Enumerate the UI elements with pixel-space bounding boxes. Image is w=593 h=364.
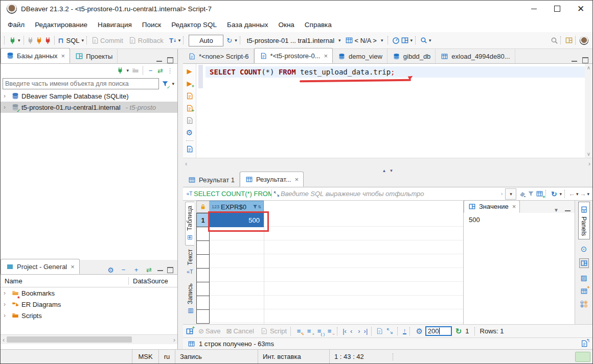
tab-close-icon[interactable]: × (295, 176, 299, 183)
scroll-left-icon[interactable]: ‹ (1, 336, 7, 344)
tab-project-general[interactable]: Project - General × (1, 259, 80, 274)
project-minimize-icon[interactable] (157, 269, 163, 271)
schema-selector[interactable]: < N/A > (355, 37, 377, 44)
menu-help[interactable]: Справка (300, 17, 337, 32)
first-row-icon[interactable]: |‹ (343, 327, 347, 335)
value-viewer-icon[interactable] (579, 258, 589, 268)
sash-up-icon[interactable]: ▲ (382, 168, 386, 173)
export-from-query-icon[interactable] (185, 144, 194, 153)
toggle-panel-icon[interactable]: + (185, 327, 194, 335)
connection-selector[interactable]: t5-prostore-01 ... tral1.internal (247, 37, 334, 44)
tab-script-7[interactable]: *<t5-prostore-0... × (254, 48, 333, 63)
project-item-er-diagrams[interactable]: › ER Diagrams (1, 299, 177, 310)
sql-statement[interactable]: SELECT COUNT(*) FROM test_upload_data.tr… (210, 68, 395, 76)
navigator-maximize-icon[interactable] (167, 57, 173, 63)
value-panel-content[interactable]: 500 (464, 213, 575, 227)
column-filter-sort-icon[interactable]: ⇅ (253, 204, 261, 209)
export-results-icon[interactable]: ↑ (403, 328, 406, 334)
collapse-all-icon[interactable]: − (146, 66, 155, 75)
project-item-bookmarks[interactable]: › ★ Bookmarks (1, 287, 177, 299)
project-settings-gear-icon[interactable]: ⚙ (106, 265, 115, 274)
transaction-mode-icon[interactable]: T⇣ (169, 36, 177, 45)
new-connection-dropdown-icon[interactable]: ▾ (18, 38, 20, 43)
scrollbar-thumb[interactable] (7, 336, 132, 343)
filters-menu-icon[interactable] (527, 189, 535, 198)
tasks-dropdown-icon[interactable]: ▾ (410, 38, 413, 43)
project-collapse-icon[interactable]: − (119, 265, 128, 274)
project-hscrollbar[interactable]: ‹ › (1, 334, 177, 344)
next-row-icon[interactable]: › (358, 327, 360, 335)
edit-cell-icon[interactable]: ≡✎ (294, 327, 303, 335)
execute-script-icon[interactable] (185, 91, 194, 100)
tab-script-6[interactable]: *<none> Script-6 (183, 49, 254, 63)
open-perspective-icon[interactable] (564, 36, 573, 45)
transaction-log-icon[interactable]: ↻ (225, 36, 234, 45)
search-icon[interactable] (419, 36, 428, 45)
caret-position-label[interactable]: 1 : 43 : 42 (330, 350, 391, 363)
project-maximize-icon[interactable] (167, 267, 173, 273)
dashboard-icon[interactable] (392, 36, 400, 45)
transaction-dropdown-icon[interactable]: ▾ (178, 38, 181, 43)
locale-label[interactable]: ru (159, 350, 175, 363)
output-toggle-icon[interactable]: ↰ (580, 339, 588, 348)
expander-icon[interactable]: › (4, 301, 9, 308)
schema-icon[interactable] (345, 36, 354, 45)
maximize-button[interactable] (545, 1, 569, 17)
references-panel-icon[interactable]: ⊖⊕⊗⊜ (580, 301, 587, 308)
navigator-minimize-icon[interactable] (156, 59, 162, 62)
filter-dropdown-icon[interactable]: ▾ (172, 81, 174, 86)
dbeaver-perspective-icon[interactable] (580, 36, 588, 45)
menu-windows[interactable]: Окна (273, 17, 299, 32)
editor-vscrollbar[interactable]: ∧ ∨ (585, 64, 592, 158)
tab-value[interactable]: Значение × (464, 200, 520, 213)
filter-apply-icon[interactable]: › (501, 191, 503, 197)
object-search-input[interactable] (3, 78, 159, 89)
value-panel-menu-icon[interactable]: ▼ (554, 207, 559, 213)
schema-selector-dropdown-icon[interactable]: ▾ (381, 38, 383, 43)
fetch-all-rows-icon[interactable] (385, 327, 394, 335)
execute-new-tab-icon[interactable]: ▶+ (185, 79, 194, 88)
expander-icon[interactable]: › (4, 312, 9, 319)
save-filter-icon[interactable]: + (535, 189, 544, 198)
project-expand-icon[interactable]: + (132, 265, 141, 274)
auto-refresh-icon[interactable]: ↻ (455, 327, 462, 336)
disconnect-icon[interactable] (43, 36, 52, 45)
metadata-panel-icon[interactable]: + (580, 287, 588, 296)
heap-status-indicator[interactable] (575, 352, 590, 362)
filter-input[interactable]: Введите SQL выражение чтобы отфильтро (281, 190, 500, 198)
filter-settings-icon[interactable]: ✓ (161, 80, 169, 88)
grouping-panel-icon[interactable]: ▨ (580, 273, 588, 282)
scroll-left-icon[interactable]: ‹ (183, 160, 189, 167)
fetch-size-input[interactable]: 200 (425, 326, 452, 336)
tab-value-close-icon[interactable]: × (512, 203, 516, 210)
sql-editor-icon[interactable]: ⊓ (57, 36, 65, 45)
last-row-icon[interactable]: ›| (364, 327, 368, 335)
scroll-right-icon[interactable]: › (171, 336, 177, 344)
new-folder-icon[interactable] (131, 66, 140, 75)
menu-file[interactable]: Файл (3, 17, 30, 32)
tab-result-1[interactable]: Результат 1 (183, 173, 240, 187)
nav-new-connection-dropdown-icon[interactable]: ▾ (126, 68, 129, 73)
tasks-icon[interactable] (400, 36, 409, 45)
tab-project-close-icon[interactable]: × (71, 263, 75, 271)
nav-new-connection-icon[interactable] (116, 66, 124, 75)
minimize-button[interactable] (522, 1, 545, 17)
expander-icon[interactable]: › (4, 92, 9, 100)
expander-icon[interactable]: › (4, 289, 9, 297)
tab-result-2[interactable]: Результат... × (240, 172, 304, 187)
sql-editor-content[interactable]: SELECT COUNT(*) FROM test_upload_data.tr… (206, 64, 585, 158)
link-with-editor-icon[interactable]: ⇄ (156, 66, 165, 75)
menu-edit[interactable]: Редактирование (30, 17, 93, 32)
project-item-scripts[interactable]: › Scripts (1, 310, 177, 321)
scroll-up-icon[interactable]: ∧ (587, 65, 590, 70)
nav-view-menu-icon[interactable]: ⋮ (166, 66, 174, 75)
editor-hscrollbar[interactable]: ‹ › (183, 158, 592, 168)
quick-access-search-icon[interactable] (550, 36, 559, 45)
delete-row-icon[interactable]: ≡− (325, 327, 334, 335)
results-settings-gear-icon[interactable]: ⚙ (415, 327, 424, 335)
refresh-results-icon[interactable]: ↻ (550, 189, 558, 198)
scroll-down-icon[interactable]: ∨ (587, 151, 590, 157)
presentation-tab-grid[interactable]: ⊞ Таблица (185, 202, 194, 246)
column-datasource[interactable]: DataSource (128, 277, 168, 285)
tab-databases[interactable]: Базы данных × (1, 48, 70, 63)
